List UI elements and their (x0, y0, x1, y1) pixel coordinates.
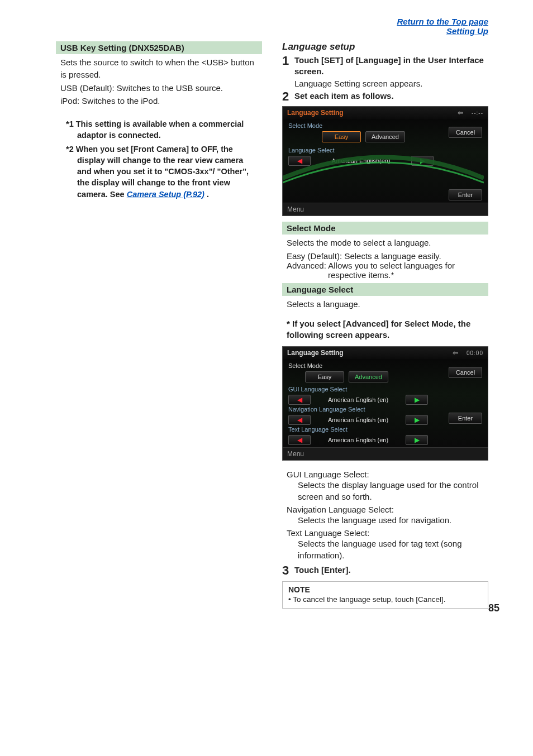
step-3: 3 Touch [Enter]. (282, 564, 488, 577)
usb-desc-3: iPod: Switches to the iPod. (60, 95, 258, 107)
top-links: Return to the Top page Setting Up (56, 17, 488, 36)
shot2-select-mode-label: Select Mode (288, 362, 444, 369)
shot1-easy-button[interactable]: Easy (322, 131, 361, 142)
shot2-easy-button[interactable]: Easy (305, 371, 344, 382)
note-line: • To cancel the language setup, touch [C… (288, 595, 482, 604)
shot2-txt-value: American English (en) (313, 437, 403, 443)
shot1-enter-button[interactable]: Enter (449, 189, 482, 200)
back-icon[interactable]: ⇦ (450, 349, 461, 357)
step-3-number: 3 (282, 564, 291, 577)
shot2-gui-prev-button[interactable]: ◀ (288, 395, 311, 405)
easy-default-line: Easy (Default): Selects a language easil… (282, 251, 488, 261)
shot2-advanced-button[interactable]: Advanced (349, 371, 388, 382)
step-1-title: Touch [SET] of [Language] in the User In… (294, 55, 488, 76)
shot2-title: Language Setting (287, 349, 344, 357)
shot2-clock: 00:00 (467, 350, 483, 356)
shot2-gui-value: American English (en) (313, 396, 403, 403)
advanced-key: Advanced (287, 261, 324, 270)
step-1-number: 1 (282, 55, 291, 67)
shot2-enter-button[interactable]: Enter (449, 413, 482, 424)
top-link-section[interactable]: Setting Up (56, 26, 488, 36)
shot2-nav-label: Navigation Language Select (288, 406, 444, 413)
usb-desc-2: USB (Default): Switches to the USB sourc… (60, 82, 258, 94)
shot2-nav-prev-button[interactable]: ◀ (288, 415, 311, 425)
usb-key-body: Sets the source to switch to when the <U… (56, 54, 262, 109)
left-column: USB Key Setting (DNX525DAB) Sets the sou… (56, 41, 262, 609)
txt-lang-term: Text Language Select: (287, 528, 484, 538)
shot1-advanced-button[interactable]: Advanced (365, 131, 405, 142)
gui-lang-term: GUI Language Select: (287, 470, 484, 479)
shot1-language-select-label: Language Select (288, 147, 444, 154)
language-select-heading: Language Select (282, 283, 488, 296)
footnote-2-tag: *2 (66, 145, 74, 154)
usb-key-heading-model: (DNX525DAB) (129, 43, 184, 52)
language-setup-heading: Language setup (282, 41, 488, 52)
right-column: Language setup 1 Touch [SET] of [Languag… (282, 41, 488, 609)
screenshot-language-setting-advanced: Language Setting ⇦ 00:00 Select Mode Eas… (282, 346, 488, 461)
footnote-1-tag: *1 (66, 119, 74, 128)
top-link-top[interactable]: Return to the Top page (56, 17, 488, 26)
shot2-txt-label: Text Language Select (288, 426, 444, 433)
usb-key-heading-text: USB Key Setting (60, 43, 126, 52)
usb-key-heading: USB Key Setting (DNX525DAB) (56, 41, 262, 54)
footnote-1: *1 This setting is available when a comm… (67, 117, 262, 142)
nav-lang-desc: Selects the language used for navigation… (287, 514, 484, 526)
select-mode-desc: Selects the mode to select a language. (282, 235, 488, 251)
txt-lang-desc: Selects the language used for tag text (… (287, 538, 484, 561)
step-2-number: 2 (282, 90, 291, 103)
shot2-menu-button[interactable]: Menu (283, 447, 488, 460)
glossary: GUI Language Select: Selects the display… (282, 466, 488, 562)
easy-default-key: Easy (Default) (287, 251, 340, 261)
language-select-desc: Selects a language. (282, 296, 488, 313)
shot1-select-mode-label: Select Mode (288, 122, 444, 129)
advanced-star-note: * If you select [Advanced] for Select Mo… (282, 316, 488, 343)
note-box: NOTE • To cancel the language setup, tou… (282, 581, 488, 609)
shot2-txt-next-button[interactable]: ▶ (406, 435, 428, 445)
camera-setup-link[interactable]: Camera Setup (P.92) (127, 190, 204, 199)
shot2-txt-prev-button[interactable]: ◀ (288, 435, 311, 445)
footnote-2: *2 When you set [Front Camera] to OFF, t… (67, 142, 262, 201)
select-mode-heading: Select Mode (282, 222, 488, 235)
page-number: 85 (488, 602, 499, 614)
step-2: 2 Set each item as follows. (282, 90, 488, 103)
shot1-lang-value: American English(en) (313, 157, 409, 164)
shot1-title: Language Setting (287, 109, 344, 117)
step-1-desc: Language Setting screen appears. (294, 76, 488, 88)
step-2-title: Set each item as follows. (294, 90, 488, 102)
shot2-nav-next-button[interactable]: ▶ (406, 415, 428, 425)
shot1-cancel-button[interactable]: Cancel (449, 127, 482, 138)
gui-lang-desc: Selects the display language used for th… (287, 479, 484, 503)
shot1-menu-button[interactable]: Menu (283, 203, 488, 216)
usb-desc-1: Sets the source to switch to when the <U… (60, 56, 258, 81)
easy-default-val: : Selects a language easily. (340, 251, 441, 261)
nav-lang-term: Navigation Language Select: (287, 505, 484, 514)
back-icon[interactable]: ⇦ (455, 109, 466, 117)
advanced-val: : Allows you to select languages for res… (324, 261, 455, 280)
shot2-gui-next-button[interactable]: ▶ (406, 395, 428, 405)
shot1-lang-prev-button[interactable]: ◀ (288, 156, 311, 166)
shot1-clock: --:-- (472, 110, 483, 116)
shot2-gui-label: GUI Language Select (288, 386, 444, 393)
shot2-nav-value: American English (en) (313, 417, 403, 423)
shot1-lang-next-button[interactable]: ▶ (411, 156, 434, 166)
step-1: 1 Touch [SET] of [Language] in the User … (282, 55, 488, 88)
step-3-title: Touch [Enter]. (294, 564, 488, 576)
shot2-cancel-button[interactable]: Cancel (449, 367, 482, 378)
footnote-1-text: This setting is available when a commerc… (76, 119, 244, 140)
footnote-2-text-b: . (207, 190, 209, 199)
note-heading: NOTE (288, 585, 482, 594)
advanced-line: Advanced: Allows you to select languages… (282, 261, 488, 280)
screenshot-language-setting-easy: Language Setting ⇦ --:-- Select Mode Eas… (282, 106, 488, 216)
